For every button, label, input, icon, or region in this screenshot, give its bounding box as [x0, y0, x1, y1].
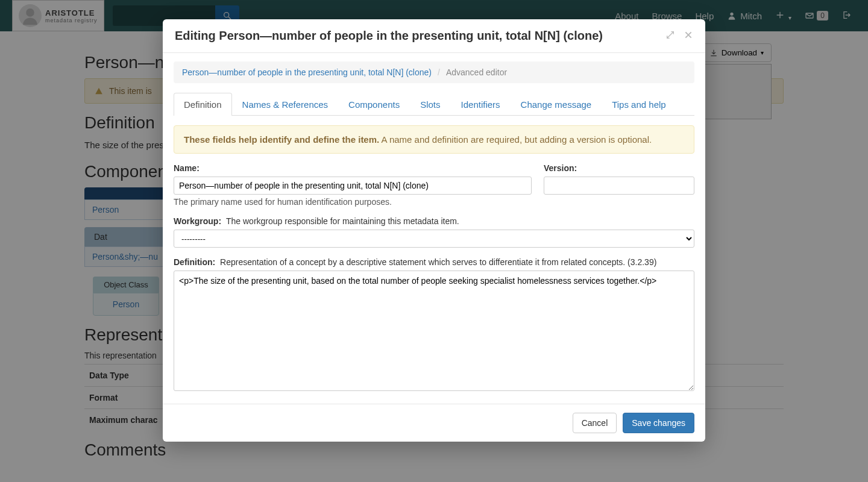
tab-change-message[interactable]: Change message [511, 93, 602, 116]
modal-title: Editing Person—number of people in the p… [175, 29, 603, 43]
modal-header: Editing Person—number of people in the p… [163, 19, 705, 53]
tab-names[interactable]: Names & References [232, 93, 339, 116]
tab-tips[interactable]: Tips and help [602, 93, 676, 116]
breadcrumb: Person—number of people in the presentin… [174, 61, 694, 83]
hint-bold: These fields help identify and define th… [184, 134, 379, 145]
save-button[interactable]: Save changes [623, 413, 694, 433]
close-icon[interactable] [684, 30, 693, 42]
breadcrumb-separator: / [438, 67, 440, 77]
hint-text: A name and definition are required, but … [379, 134, 652, 145]
tab-slots[interactable]: Slots [410, 93, 450, 116]
name-help: The primary name used for human identifi… [174, 197, 532, 207]
breadcrumb-current: Advanced editor [446, 67, 507, 77]
tab-components[interactable]: Components [338, 93, 410, 116]
tab-identifiers[interactable]: Identifiers [451, 93, 511, 116]
expand-icon[interactable] [665, 30, 675, 42]
name-input[interactable] [174, 177, 532, 195]
modal-body: Person—number of people in the presentin… [163, 53, 705, 393]
edit-modal: Editing Person—number of people in the p… [163, 19, 705, 442]
definition-hint: These fields help identify and define th… [174, 125, 694, 154]
breadcrumb-link[interactable]: Person—number of people in the presentin… [182, 67, 432, 77]
version-label: Version: [544, 163, 694, 173]
definition-textarea[interactable] [174, 271, 694, 391]
workgroup-select[interactable]: --------- [174, 230, 694, 248]
definition-help: Representation of a concept by a descrip… [220, 257, 656, 267]
tab-definition[interactable]: Definition [174, 93, 232, 116]
editor-tabs: Definition Names & References Components… [174, 93, 694, 116]
workgroup-label: Workgroup: [174, 216, 221, 226]
cancel-button[interactable]: Cancel [573, 413, 617, 433]
version-input[interactable] [544, 177, 694, 195]
definition-label: Definition: [174, 257, 215, 267]
modal-footer: Cancel Save changes [163, 404, 705, 442]
name-label: Name: [174, 163, 532, 173]
modal-overlay: Editing Person—number of people in the p… [0, 0, 868, 482]
workgroup-help: The workgroup responsible for maintainin… [226, 216, 459, 226]
